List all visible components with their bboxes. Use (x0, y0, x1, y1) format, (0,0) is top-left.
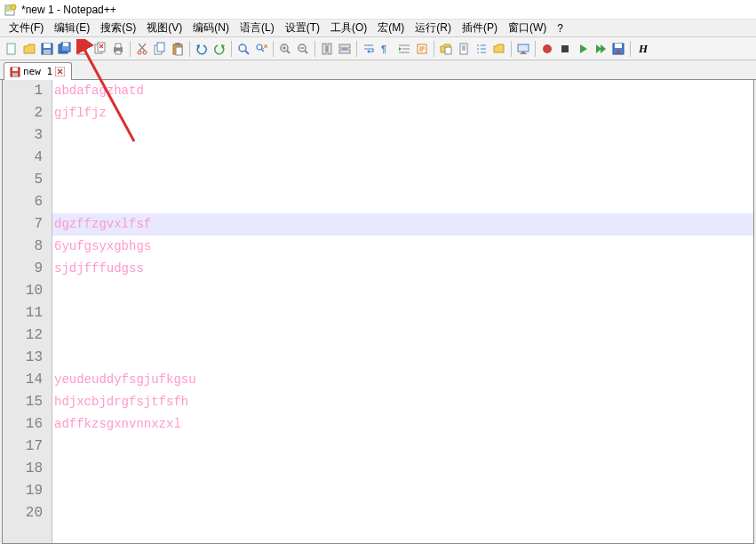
cut-icon[interactable] (134, 40, 150, 58)
code-line[interactable] (52, 324, 753, 347)
menu-language[interactable]: 语言(L) (235, 19, 280, 37)
app-icon (4, 3, 18, 17)
code-line[interactable]: adffkzsgxnvnnxzxl (52, 413, 753, 436)
menu-plugins[interactable]: 插件(P) (457, 19, 503, 37)
line-number: 20 (3, 502, 52, 524)
svg-rect-32 (445, 47, 451, 54)
zoomout-icon[interactable] (295, 40, 311, 58)
code-line[interactable]: abdafagzhatd (52, 80, 753, 102)
copy-icon[interactable] (152, 40, 168, 58)
tab-close-icon[interactable] (55, 67, 66, 77)
code-line[interactable] (52, 169, 753, 191)
doc-map-icon[interactable] (456, 40, 472, 58)
folder-map-icon[interactable] (438, 40, 454, 58)
paste-icon[interactable] (170, 40, 186, 58)
svg-rect-18 (157, 43, 164, 52)
zoomin-icon[interactable] (277, 40, 293, 58)
sync-v-icon[interactable] (319, 40, 335, 58)
indent-icon[interactable] (396, 40, 412, 58)
code-line[interactable] (52, 502, 753, 524)
svg-rect-4 (44, 44, 51, 48)
menu-settings[interactable]: 设置(T) (280, 19, 325, 37)
replace-icon[interactable] (253, 40, 269, 58)
line-number: 14 (3, 369, 52, 391)
line-number: 1 (3, 80, 52, 102)
svg-point-22 (239, 44, 246, 52)
code-line[interactable] (52, 124, 753, 147)
code-line[interactable] (52, 458, 753, 480)
open-icon[interactable] (21, 40, 37, 58)
new-icon[interactable] (4, 40, 20, 58)
svg-point-15 (138, 51, 141, 54)
code-line[interactable] (52, 436, 753, 458)
toolbar: ¶H (0, 37, 756, 60)
monitor-icon[interactable] (515, 40, 531, 58)
userlang-icon[interactable] (414, 40, 430, 58)
menu-encoding[interactable]: 编码(N) (187, 19, 235, 37)
menu-view[interactable]: 视图(V) (141, 19, 187, 37)
code-line[interactable]: sjdjfffudgss (52, 258, 753, 280)
menu-run[interactable]: 运行(R) (410, 19, 457, 37)
svg-rect-44 (12, 68, 18, 71)
code-line[interactable]: hdjxcbjdrgfsjtfsfh (52, 391, 753, 413)
folder-ws-icon[interactable] (491, 40, 507, 58)
code-line[interactable]: dgzffzgvxlfsf (52, 213, 753, 236)
print-icon[interactable] (110, 40, 126, 58)
menu-file[interactable]: 文件(F) (4, 19, 49, 37)
svg-rect-27 (328, 44, 331, 54)
line-number: 13 (3, 347, 52, 369)
redo-icon[interactable] (211, 40, 227, 58)
menu-help[interactable]: ? (552, 20, 569, 36)
save-icon[interactable] (39, 40, 55, 58)
savemacro-icon[interactable] (610, 40, 626, 58)
window-title: *new 1 - Notepad++ (21, 4, 116, 16)
menu-tools[interactable]: 工具(O) (325, 19, 372, 37)
svg-rect-33 (460, 44, 467, 54)
code-line[interactable] (52, 480, 753, 502)
text-content[interactable]: abdafagzhatdgjflfjzdgzffzgvxlfsf6yufgsyx… (52, 80, 753, 543)
line-number: 12 (3, 324, 52, 347)
code-line[interactable] (52, 147, 753, 169)
titlebar: *new 1 - Notepad++ (0, 0, 756, 20)
h-icon[interactable]: H (634, 40, 650, 58)
menu-search[interactable]: 搜索(S) (95, 19, 141, 37)
toolbar-separator (130, 41, 131, 57)
func-list-icon[interactable] (473, 40, 489, 58)
svg-rect-34 (518, 44, 529, 52)
code-line[interactable] (52, 347, 753, 369)
wordwrap-icon[interactable] (361, 40, 377, 58)
find-icon[interactable] (235, 40, 251, 58)
line-number: 17 (3, 436, 52, 458)
svg-rect-14 (115, 51, 121, 54)
code-line[interactable]: yeudeuddyfsgjufkgsu (52, 369, 753, 391)
playmulti-icon[interactable] (593, 40, 609, 58)
undo-icon[interactable] (194, 40, 210, 58)
menu-window[interactable]: 窗口(W) (503, 19, 552, 37)
toolbar-separator (356, 41, 357, 57)
stop-icon[interactable] (557, 40, 573, 58)
play-icon[interactable] (575, 40, 591, 58)
svg-text:H: H (638, 42, 649, 55)
allchars-icon[interactable]: ¶ (378, 40, 394, 58)
line-number: 3 (3, 124, 52, 147)
tab-file[interactable]: new 1 (4, 62, 72, 80)
code-line[interactable]: 6yufgsyxgbhgs (52, 236, 753, 258)
close-icon[interactable] (75, 40, 91, 58)
line-number: 6 (3, 191, 52, 213)
code-line[interactable] (52, 191, 753, 213)
tab-label: new 1 (23, 66, 52, 77)
closeall-icon[interactable] (92, 40, 108, 58)
saveall-icon[interactable] (57, 40, 73, 58)
sync-h-icon[interactable] (337, 40, 353, 58)
line-number: 9 (3, 258, 52, 280)
code-line[interactable]: gjflfjz (52, 102, 753, 124)
menu-macro[interactable]: 宏(M) (372, 19, 410, 37)
svg-rect-11 (98, 43, 105, 52)
code-line[interactable] (52, 280, 753, 302)
line-number: 4 (3, 147, 52, 169)
line-number: 19 (3, 480, 52, 502)
record-icon[interactable] (539, 40, 555, 58)
code-line[interactable] (52, 302, 753, 324)
editor[interactable]: 1234567891011121314151617181920 abdafagz… (2, 80, 754, 544)
menu-edit[interactable]: 编辑(E) (49, 19, 95, 37)
